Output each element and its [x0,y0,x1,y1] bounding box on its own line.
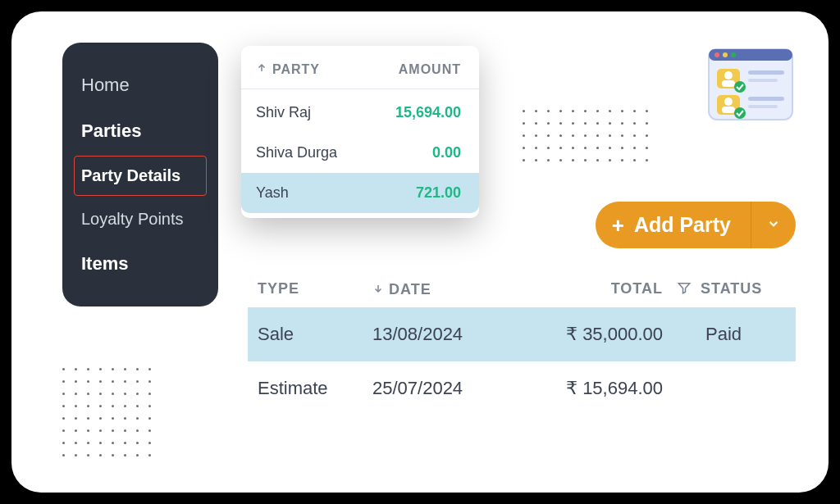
type-col-label[interactable]: TYPE [258,280,372,299]
amount-col-label: AMOUNT [399,62,461,77]
date-col-label[interactable]: DATE [389,281,431,298]
svg-point-3 [723,52,728,57]
tx-date: 25/07/2024 [372,378,504,399]
transactions-header: TYPE DATE TOTAL STATUS [248,272,796,307]
svg-rect-1 [709,49,792,61]
party-col-label: PARTY [272,62,320,77]
party-list-row[interactable]: Yash 721.00 [241,173,479,213]
party-list-header: PARTY AMOUNT [241,46,479,89]
sidebar-item-loyalty-points[interactable]: Loyalty Points [74,199,207,239]
filter-button[interactable] [668,280,701,299]
sidebar-item-party-details[interactable]: Party Details [74,156,207,196]
sidebar: Home Parties Party Details Loyalty Point… [62,43,218,306]
add-party-button[interactable]: + Add Party [596,202,751,248]
party-list-row[interactable]: Shiv Raj 15,694.00 [241,93,479,133]
sidebar-item-items[interactable]: Items [74,243,207,285]
party-list-row[interactable]: Shiva Durga 0.00 [241,133,479,173]
svg-point-6 [724,71,733,79]
tx-total: ₹ 15,694.00 [504,378,668,399]
transaction-row[interactable]: Estimate 25/07/2024 ₹ 15,694.00 [248,361,796,415]
party-name: Shiv Raj [256,104,311,121]
svg-rect-13 [722,107,735,113]
party-name: Yash [256,184,289,202]
filter-icon [677,280,692,299]
svg-point-12 [724,98,733,106]
sort-asc-icon[interactable] [256,62,267,77]
party-amount: 15,694.00 [395,104,461,121]
app-card: Home Parties Party Details Loyalty Point… [11,11,829,493]
party-list-popover: PARTY AMOUNT Shiv Raj 15,694.00 Shiva Du… [241,46,479,218]
plus-icon: + [612,215,624,236]
add-party-label: Add Party [634,213,731,237]
tx-status: Paid [701,324,799,345]
svg-point-8 [734,81,746,93]
svg-rect-16 [748,105,778,108]
svg-rect-7 [722,80,735,87]
party-amount: 721.00 [416,184,461,202]
tx-date: 13/08/2024 [372,324,504,345]
svg-rect-10 [748,79,778,82]
status-col-label[interactable]: STATUS [701,280,799,299]
total-col-label[interactable]: TOTAL [504,280,668,299]
add-party-dropdown-button[interactable] [751,202,796,248]
svg-rect-9 [748,70,784,75]
party-list-rows: Shiv Raj 15,694.00 Shiva Durga 0.00 Yash… [241,89,479,218]
sort-desc-icon[interactable] [372,281,384,298]
transaction-row[interactable]: Sale 13/08/2024 ₹ 35,000.00 Paid [248,307,796,361]
sidebar-item-parties[interactable]: Parties [74,110,207,152]
add-party-split-button: + Add Party [596,202,796,248]
svg-point-4 [731,52,736,57]
tx-status [701,378,799,399]
sidebar-item-home[interactable]: Home [74,64,207,107]
svg-rect-15 [748,97,784,101]
chevron-down-icon [766,216,781,234]
transactions-table: TYPE DATE TOTAL STATUS Sale 13/08/2024 ₹… [248,272,796,415]
tx-total: ₹ 35,000.00 [504,324,668,345]
decorative-dots [523,110,648,161]
tx-type: Sale [258,324,372,345]
decorative-dots [62,368,151,456]
party-amount: 0.00 [432,144,461,161]
svg-point-14 [734,107,746,119]
svg-point-2 [714,52,719,57]
contacts-illustration-icon [705,46,796,128]
tx-type: Estimate [258,378,372,399]
party-name: Shiva Durga [256,144,337,161]
